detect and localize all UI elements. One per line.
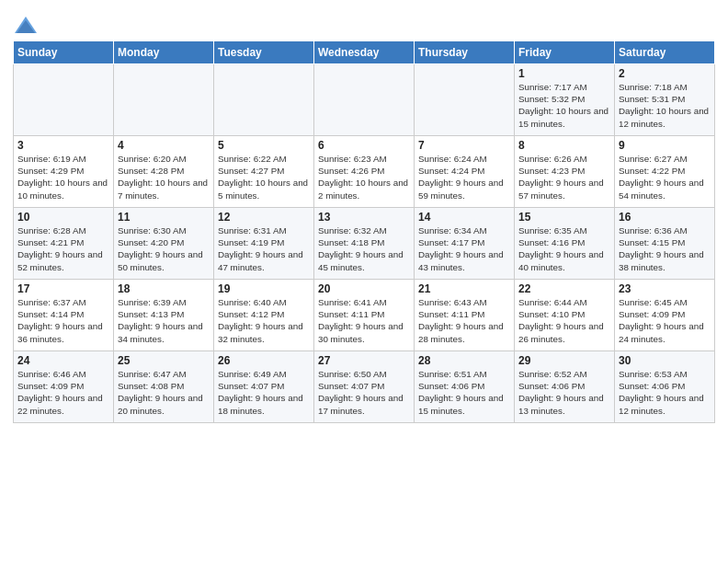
col-tuesday: Tuesday xyxy=(214,41,314,64)
calendar-cell xyxy=(14,64,114,136)
day-info: Sunrise: 7:18 AM Sunset: 5:31 PM Dayligh… xyxy=(619,81,711,130)
calendar-cell xyxy=(314,64,415,136)
col-wednesday: Wednesday xyxy=(314,41,415,64)
day-info: Sunrise: 6:24 AM Sunset: 4:24 PM Dayligh… xyxy=(418,153,510,201)
day-info: Sunrise: 6:45 AM Sunset: 4:09 PM Dayligh… xyxy=(619,296,711,345)
day-number: 24 xyxy=(17,354,109,367)
day-info: Sunrise: 6:53 AM Sunset: 4:06 PM Dayligh… xyxy=(619,368,711,417)
day-number: 2 xyxy=(619,67,711,80)
day-info: Sunrise: 6:30 AM Sunset: 4:20 PM Dayligh… xyxy=(118,224,210,273)
day-number: 3 xyxy=(17,139,109,152)
day-info: Sunrise: 6:37 AM Sunset: 4:14 PM Dayligh… xyxy=(17,296,109,345)
day-number: 23 xyxy=(619,282,711,295)
day-info: Sunrise: 6:46 AM Sunset: 4:09 PM Dayligh… xyxy=(17,368,109,417)
calendar-cell: 10Sunrise: 6:28 AM Sunset: 4:21 PM Dayli… xyxy=(14,208,114,280)
col-friday: Friday xyxy=(515,41,615,64)
day-info: Sunrise: 6:34 AM Sunset: 4:17 PM Dayligh… xyxy=(418,224,510,273)
day-number: 10 xyxy=(17,211,109,224)
day-number: 20 xyxy=(318,282,410,295)
calendar-cell: 16Sunrise: 6:36 AM Sunset: 4:15 PM Dayli… xyxy=(615,208,715,280)
day-number: 9 xyxy=(619,139,711,152)
day-number: 11 xyxy=(118,211,210,224)
day-number: 13 xyxy=(318,211,410,224)
calendar-cell: 19Sunrise: 6:40 AM Sunset: 4:12 PM Dayli… xyxy=(214,280,314,351)
day-info: Sunrise: 6:47 AM Sunset: 4:08 PM Dayligh… xyxy=(118,368,210,417)
day-number: 19 xyxy=(218,282,310,295)
calendar-cell: 17Sunrise: 6:37 AM Sunset: 4:14 PM Dayli… xyxy=(14,280,114,351)
day-info: Sunrise: 6:52 AM Sunset: 4:06 PM Dayligh… xyxy=(518,368,610,417)
day-info: Sunrise: 6:22 AM Sunset: 4:27 PM Dayligh… xyxy=(218,153,310,201)
day-number: 14 xyxy=(418,211,510,224)
calendar-cell: 25Sunrise: 6:47 AM Sunset: 4:08 PM Dayli… xyxy=(114,351,214,423)
day-number: 26 xyxy=(218,354,310,367)
calendar-cell: 24Sunrise: 6:46 AM Sunset: 4:09 PM Dayli… xyxy=(14,351,114,423)
day-info: Sunrise: 6:28 AM Sunset: 4:21 PM Dayligh… xyxy=(17,224,109,273)
calendar-cell: 6Sunrise: 6:23 AM Sunset: 4:26 PM Daylig… xyxy=(314,136,415,208)
calendar-cell: 8Sunrise: 6:26 AM Sunset: 4:23 PM Daylig… xyxy=(515,136,615,208)
logo-icon xyxy=(13,13,39,39)
calendar-cell: 13Sunrise: 6:32 AM Sunset: 4:18 PM Dayli… xyxy=(314,208,415,280)
page-container: Sunday Monday Tuesday Wednesday Thursday… xyxy=(0,0,728,431)
day-info: Sunrise: 6:43 AM Sunset: 4:11 PM Dayligh… xyxy=(418,296,510,345)
day-info: Sunrise: 6:26 AM Sunset: 4:23 PM Dayligh… xyxy=(518,153,610,201)
day-number: 1 xyxy=(518,67,610,80)
day-number: 6 xyxy=(318,139,410,152)
col-thursday: Thursday xyxy=(415,41,515,64)
calendar-body: 1Sunrise: 7:17 AM Sunset: 5:32 PM Daylig… xyxy=(14,64,715,423)
calendar-cell: 26Sunrise: 6:49 AM Sunset: 4:07 PM Dayli… xyxy=(214,351,314,423)
day-info: Sunrise: 6:36 AM Sunset: 4:15 PM Dayligh… xyxy=(619,224,711,273)
day-number: 29 xyxy=(518,354,610,367)
calendar-cell: 9Sunrise: 6:27 AM Sunset: 4:22 PM Daylig… xyxy=(615,136,715,208)
day-info: Sunrise: 6:40 AM Sunset: 4:12 PM Dayligh… xyxy=(218,296,310,345)
calendar-cell: 15Sunrise: 6:35 AM Sunset: 4:16 PM Dayli… xyxy=(515,208,615,280)
calendar-cell: 21Sunrise: 6:43 AM Sunset: 4:11 PM Dayli… xyxy=(415,280,515,351)
day-info: Sunrise: 6:27 AM Sunset: 4:22 PM Dayligh… xyxy=(619,153,711,201)
day-number: 16 xyxy=(619,211,711,224)
calendar-cell: 5Sunrise: 6:22 AM Sunset: 4:27 PM Daylig… xyxy=(214,136,314,208)
calendar-cell: 3Sunrise: 6:19 AM Sunset: 4:29 PM Daylig… xyxy=(14,136,114,208)
calendar-cell: 27Sunrise: 6:50 AM Sunset: 4:07 PM Dayli… xyxy=(314,351,415,423)
day-info: Sunrise: 7:17 AM Sunset: 5:32 PM Dayligh… xyxy=(518,81,610,130)
col-monday: Monday xyxy=(114,41,214,64)
calendar-cell: 11Sunrise: 6:30 AM Sunset: 4:20 PM Dayli… xyxy=(114,208,214,280)
day-info: Sunrise: 6:51 AM Sunset: 4:06 PM Dayligh… xyxy=(418,368,510,417)
calendar-cell: 1Sunrise: 7:17 AM Sunset: 5:32 PM Daylig… xyxy=(515,64,615,136)
day-number: 30 xyxy=(619,354,711,367)
day-number: 18 xyxy=(118,282,210,295)
calendar-week-3: 10Sunrise: 6:28 AM Sunset: 4:21 PM Dayli… xyxy=(14,208,715,280)
calendar-cell: 30Sunrise: 6:53 AM Sunset: 4:06 PM Dayli… xyxy=(615,351,715,423)
day-number: 15 xyxy=(518,211,610,224)
calendar-cell: 29Sunrise: 6:52 AM Sunset: 4:06 PM Dayli… xyxy=(515,351,615,423)
day-number: 27 xyxy=(318,354,410,367)
calendar-week-5: 24Sunrise: 6:46 AM Sunset: 4:09 PM Dayli… xyxy=(14,351,715,423)
calendar-header: Sunday Monday Tuesday Wednesday Thursday… xyxy=(14,41,715,64)
calendar-cell: 22Sunrise: 6:44 AM Sunset: 4:10 PM Dayli… xyxy=(515,280,615,351)
calendar-week-4: 17Sunrise: 6:37 AM Sunset: 4:14 PM Dayli… xyxy=(14,280,715,351)
day-info: Sunrise: 6:41 AM Sunset: 4:11 PM Dayligh… xyxy=(318,296,410,345)
calendar-cell xyxy=(214,64,314,136)
day-info: Sunrise: 6:49 AM Sunset: 4:07 PM Dayligh… xyxy=(218,368,310,417)
calendar-cell: 14Sunrise: 6:34 AM Sunset: 4:17 PM Dayli… xyxy=(415,208,515,280)
calendar-cell: 28Sunrise: 6:51 AM Sunset: 4:06 PM Dayli… xyxy=(415,351,515,423)
day-number: 25 xyxy=(118,354,210,367)
day-info: Sunrise: 6:50 AM Sunset: 4:07 PM Dayligh… xyxy=(318,368,410,417)
col-saturday: Saturday xyxy=(615,41,715,64)
day-number: 8 xyxy=(518,139,610,152)
calendar-cell: 20Sunrise: 6:41 AM Sunset: 4:11 PM Dayli… xyxy=(314,280,415,351)
day-number: 21 xyxy=(418,282,510,295)
calendar-week-1: 1Sunrise: 7:17 AM Sunset: 5:32 PM Daylig… xyxy=(14,64,715,136)
day-number: 22 xyxy=(518,282,610,295)
day-info: Sunrise: 6:32 AM Sunset: 4:18 PM Dayligh… xyxy=(318,224,410,273)
calendar-table: Sunday Monday Tuesday Wednesday Thursday… xyxy=(13,40,715,423)
day-number: 7 xyxy=(418,139,510,152)
day-number: 12 xyxy=(218,211,310,224)
day-info: Sunrise: 6:20 AM Sunset: 4:28 PM Dayligh… xyxy=(118,153,210,201)
day-number: 17 xyxy=(17,282,109,295)
day-number: 5 xyxy=(218,139,310,152)
day-info: Sunrise: 6:39 AM Sunset: 4:13 PM Dayligh… xyxy=(118,296,210,345)
calendar-cell: 18Sunrise: 6:39 AM Sunset: 4:13 PM Dayli… xyxy=(114,280,214,351)
calendar-cell: 4Sunrise: 6:20 AM Sunset: 4:28 PM Daylig… xyxy=(114,136,214,208)
calendar-week-2: 3Sunrise: 6:19 AM Sunset: 4:29 PM Daylig… xyxy=(14,136,715,208)
day-info: Sunrise: 6:35 AM Sunset: 4:16 PM Dayligh… xyxy=(518,224,610,273)
calendar-cell: 2Sunrise: 7:18 AM Sunset: 5:31 PM Daylig… xyxy=(615,64,715,136)
